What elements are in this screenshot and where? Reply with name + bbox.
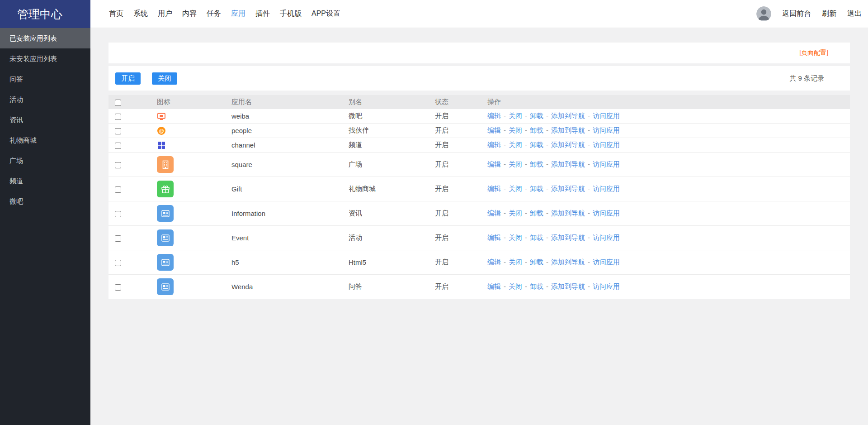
op-uninstall-link[interactable]: 卸载 (530, 112, 543, 119)
row-checkbox[interactable] (115, 114, 121, 120)
op-close-link[interactable]: 关闭 (509, 258, 522, 266)
op-add-to-nav-link[interactable]: 添加到导航 (551, 141, 585, 148)
op-visit-app-link[interactable]: 访问应用 (593, 234, 620, 241)
app-status: 开启 (435, 141, 487, 149)
op-uninstall-link[interactable]: 卸载 (530, 209, 543, 217)
app-operations: 编辑-关闭-卸载-添加到导航-访问应用 (487, 209, 850, 218)
sidebar-item-weiba[interactable]: 微吧 (0, 191, 90, 211)
column-header-icon: 图标 (157, 98, 231, 106)
op-visit-app-link[interactable]: 访问应用 (593, 112, 620, 119)
op-uninstall-link[interactable]: 卸载 (530, 258, 543, 266)
op-uninstall-link[interactable]: 卸载 (530, 126, 543, 134)
row-checkbox[interactable] (115, 284, 121, 291)
op-visit-app-link[interactable]: 访问应用 (593, 282, 620, 290)
op-visit-app-link[interactable]: 访问应用 (593, 126, 620, 134)
op-visit-app-link[interactable]: 访问应用 (593, 185, 620, 192)
row-checkbox[interactable] (115, 143, 121, 149)
op-uninstall-link[interactable]: 卸载 (530, 141, 543, 148)
op-close-link[interactable]: 关闭 (509, 112, 522, 119)
op-edit-link[interactable]: 编辑 (487, 258, 501, 266)
row-checkbox[interactable] (115, 162, 121, 168)
op-edit-link[interactable]: 编辑 (487, 209, 501, 217)
sidebar-item-news[interactable]: 资讯 (0, 110, 90, 130)
op-close-link[interactable]: 关闭 (509, 282, 522, 290)
op-add-to-nav-link[interactable]: 添加到导航 (551, 126, 585, 134)
op-add-to-nav-link[interactable]: 添加到导航 (551, 185, 585, 192)
svg-text:@: @ (159, 128, 164, 133)
avatar[interactable] (756, 6, 771, 21)
nav-item-plugin[interactable]: 插件 (255, 9, 270, 19)
op-edit-link[interactable]: 编辑 (487, 112, 501, 119)
op-edit-link[interactable]: 编辑 (487, 185, 501, 192)
op-add-to-nav-link[interactable]: 添加到导航 (551, 258, 585, 266)
op-visit-app-link[interactable]: 访问应用 (593, 141, 620, 148)
disable-button[interactable]: 关闭 (152, 72, 177, 85)
op-add-to-nav-link[interactable]: 添加到导航 (551, 282, 585, 290)
op-edit-link[interactable]: 编辑 (487, 234, 501, 241)
row-checkbox[interactable] (115, 211, 121, 217)
nav-item-app-settings[interactable]: APP设置 (311, 9, 340, 19)
op-close-link[interactable]: 关闭 (509, 160, 522, 168)
enable-button[interactable]: 开启 (115, 72, 141, 85)
sidebar-item-qa[interactable]: 问答 (0, 69, 90, 89)
sidebar-item-activity[interactable]: 活动 (0, 89, 90, 110)
nav-item-app[interactable]: 应用 (231, 9, 245, 19)
topbar-right: 返回前台刷新退出 (756, 6, 862, 21)
op-edit-link[interactable]: 编辑 (487, 141, 501, 148)
h5-icon (157, 254, 174, 271)
op-visit-app-link[interactable]: 访问应用 (593, 160, 620, 168)
row-checkbox[interactable] (115, 235, 121, 242)
row-icon-cell (157, 181, 231, 197)
op-close-link[interactable]: 关闭 (509, 185, 522, 192)
row-icon-cell (157, 112, 231, 121)
back-to-front-link[interactable]: 返回前台 (782, 9, 811, 19)
op-uninstall-link[interactable]: 卸载 (530, 160, 543, 168)
op-separator: - (501, 258, 509, 266)
refresh-link[interactable]: 刷新 (822, 9, 836, 19)
op-close-link[interactable]: 关闭 (509, 209, 522, 217)
nav-item-home[interactable]: 首页 (109, 9, 123, 19)
op-separator: - (585, 112, 593, 119)
op-add-to-nav-link[interactable]: 添加到导航 (551, 112, 585, 119)
op-uninstall-link[interactable]: 卸载 (530, 234, 543, 241)
nav-item-content[interactable]: 内容 (182, 9, 197, 19)
op-close-link[interactable]: 关闭 (509, 234, 522, 241)
op-add-to-nav-link[interactable]: 添加到导航 (551, 234, 585, 241)
op-uninstall-link[interactable]: 卸载 (530, 185, 543, 192)
row-checkbox[interactable] (115, 260, 121, 266)
app-status: 开启 (435, 234, 487, 242)
op-separator: - (585, 234, 593, 241)
select-all-checkbox[interactable] (115, 100, 121, 106)
op-close-link[interactable]: 关闭 (509, 126, 522, 134)
sidebar-item-channel[interactable]: 频道 (0, 171, 90, 191)
nav-item-user[interactable]: 用户 (158, 9, 172, 19)
row-icon-cell: @ (157, 126, 231, 135)
nav-item-mobile[interactable]: 手机版 (280, 9, 302, 19)
nav-item-task[interactable]: 任务 (207, 9, 221, 19)
nav-item-system[interactable]: 系统 (133, 9, 148, 19)
app-name: Information (231, 210, 349, 217)
op-visit-app-link[interactable]: 访问应用 (593, 209, 620, 217)
op-add-to-nav-link[interactable]: 添加到导航 (551, 209, 585, 217)
app-alias: 微吧 (349, 112, 435, 120)
row-check-cell (108, 185, 157, 193)
op-edit-link[interactable]: 编辑 (487, 282, 501, 290)
app-title: 管理中心 (0, 0, 90, 28)
op-add-to-nav-link[interactable]: 添加到导航 (551, 160, 585, 168)
page-config-link[interactable]: [页面配置] (799, 49, 828, 57)
sidebar-item-gift-mall[interactable]: 礼物商城 (0, 130, 90, 150)
op-uninstall-link[interactable]: 卸载 (530, 282, 543, 290)
row-checkbox[interactable] (115, 186, 121, 193)
op-edit-link[interactable]: 编辑 (487, 160, 501, 168)
sidebar-item-uninstalled-apps[interactable]: 未安装应用列表 (0, 48, 90, 69)
sidebar-item-square[interactable]: 广场 (0, 150, 90, 171)
people-icon: @ (157, 126, 166, 135)
op-visit-app-link[interactable]: 访问应用 (593, 258, 620, 266)
logout-link[interactable]: 退出 (847, 9, 862, 19)
op-close-link[interactable]: 关闭 (509, 141, 522, 148)
sidebar-item-installed-apps[interactable]: 已安装应用列表 (0, 28, 90, 48)
row-checkbox[interactable] (115, 128, 121, 134)
op-separator: - (543, 234, 551, 241)
op-separator: - (543, 141, 551, 148)
op-edit-link[interactable]: 编辑 (487, 126, 501, 134)
